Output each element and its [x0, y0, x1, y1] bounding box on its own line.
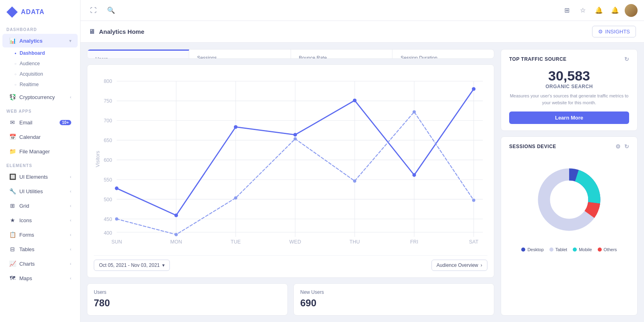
sidebar-item-forms[interactable]: 📋 Forms ‹: [2, 228, 78, 242]
section-label-webapps: WEB APPS: [0, 104, 80, 115]
svg-text:650: 650: [104, 137, 112, 143]
page-header-left: 🖥 Analytics Home: [89, 28, 144, 35]
tablet-label: Tablet: [555, 247, 567, 252]
sidebar-item-charts[interactable]: 📈 Charts ‹: [2, 257, 78, 270]
line-chart: 800 750 700 650 600 550 500 450 400 Visi…: [94, 71, 487, 252]
date-range-chevron: ▾: [162, 262, 165, 268]
sidebar-item-calendar[interactable]: 📅 Calendar: [2, 130, 78, 144]
svg-point-34: [234, 125, 237, 128]
charts-chevron: ‹: [70, 262, 71, 266]
sidebar-sub-item-dashboard[interactable]: Dashboard: [0, 48, 80, 58]
sidebar-item-email[interactable]: ✉ Email 10+: [2, 116, 78, 129]
legend-desktop: Desktop: [521, 247, 543, 252]
star-icon[interactable]: ☆: [576, 4, 589, 17]
device-refresh-icon[interactable]: ↻: [624, 143, 630, 150]
mobile-dot: [573, 248, 577, 252]
legend-others: Others: [598, 247, 617, 252]
maps-chevron: ‹: [70, 276, 71, 281]
page-content: 🖥 Analytics Home ⚙ INSIGHTS Users 25.5k …: [80, 21, 644, 322]
audience-chevron: ›: [481, 262, 482, 268]
desktop-label: Desktop: [527, 247, 543, 252]
calendar-icon: 📅: [9, 133, 16, 140]
device-legend: Desktop Tablet Mobile Others: [509, 247, 629, 252]
ui-elements-icon: 🔲: [9, 173, 16, 180]
metric-duration[interactable]: Session Duration 5m:53s ▼ 05.14%: [392, 50, 494, 59]
sidebar-item-file-manager[interactable]: 📁 File Manager: [2, 144, 78, 158]
forms-icon: 📋: [9, 231, 16, 238]
legend-mobile: Mobile: [573, 247, 592, 252]
tables-label: Tables: [19, 246, 35, 252]
svg-text:400: 400: [104, 230, 112, 235]
metric-bounce[interactable]: Bounce Rate 67.89% ▲ 03.66%: [291, 50, 393, 59]
traffic-refresh-icon[interactable]: ↻: [624, 56, 630, 62]
svg-text:THU: THU: [349, 239, 360, 245]
sidebar-item-icons[interactable]: ★ Icons ‹: [2, 213, 78, 227]
metric-sessions[interactable]: Sessions 55.6k ▼ 02.16%: [189, 50, 291, 59]
sidebar-sub-item-audience[interactable]: Audience: [0, 58, 80, 69]
sidebar-item-maps[interactable]: 🗺 Maps ‹: [2, 271, 78, 285]
sidebar-item-grid[interactable]: ⊞ Grid ‹: [2, 199, 78, 213]
section-label-elements: ELEMENTS: [0, 159, 80, 169]
bottom-row: Users 780 New Users 690: [87, 283, 494, 316]
insights-button[interactable]: ⚙ INSIGHTS: [592, 26, 636, 37]
sidebar-sub-item-acquisition[interactable]: Acquisition: [0, 69, 80, 79]
crypto-icon: 💱: [9, 93, 16, 101]
device-gear-icon[interactable]: ⚙: [615, 143, 621, 150]
metric-duration-label: Session Duration: [400, 55, 486, 59]
desktop-dot: [521, 248, 525, 252]
search-icon[interactable]: 🔍: [105, 4, 118, 17]
metric-users[interactable]: Users 25.5k ▲ 05.66%: [87, 50, 189, 59]
topbar: ⛶ 🔍 ⊞ ☆ 🔔 🔔: [80, 0, 644, 21]
donut-chart-container: [509, 155, 629, 244]
metric-sessions-label: Sessions: [197, 55, 283, 59]
mobile-label: Mobile: [579, 247, 592, 252]
expand-icon[interactable]: ⛶: [87, 4, 100, 17]
email-icon: ✉: [9, 119, 16, 126]
bell-icon[interactable]: 🔔: [592, 4, 605, 17]
audience-overview-label: Audience Overview: [437, 262, 478, 268]
notification-icon[interactable]: 🔔: [609, 4, 621, 17]
donut-chart: [529, 159, 609, 240]
analytics-label: Analytics: [19, 38, 43, 44]
icons-label: Icons: [19, 217, 32, 223]
sidebar-item-analytics[interactable]: 📊 Analytics ▾: [2, 34, 78, 47]
svg-point-40: [175, 233, 178, 236]
date-range-button[interactable]: Oct 05, 2021 - Nov 03, 2021 ▾: [94, 260, 170, 271]
bottom-new-users-value: 690: [300, 297, 487, 309]
section-label-dashboard: DASHBOARD: [0, 23, 80, 33]
traffic-card-title: TOP TRAFFIC SOURCE ↻: [509, 56, 629, 62]
bottom-users-label: Users: [94, 289, 281, 295]
analytics-chevron: ▾: [69, 39, 71, 43]
sidebar-item-cryptocurrency[interactable]: 💱 Cryptocurrency ‹: [2, 90, 78, 104]
audience-overview-button[interactable]: Audience Overview ›: [431, 260, 487, 271]
metrics-card: Users 25.5k ▲ 05.66% Sessions 55.6k ▼ 02…: [87, 49, 494, 59]
page-header-icon: 🖥: [89, 28, 95, 35]
svg-point-32: [115, 186, 118, 190]
svg-text:WED: WED: [289, 239, 301, 245]
traffic-source-label: ORGANIC SEARCH: [509, 84, 629, 89]
file-manager-label: File Manager: [19, 149, 50, 155]
date-range-label: Oct 05, 2021 - Nov 03, 2021: [99, 262, 160, 268]
ui-utilities-chevron: ‹: [70, 189, 71, 194]
grid-apps-icon[interactable]: ⊞: [560, 4, 573, 17]
analytics-icon: 📊: [9, 37, 16, 44]
device-card: SESSIONS DEVICE ⚙ ↻: [501, 136, 638, 316]
svg-point-39: [115, 217, 118, 221]
learn-more-button[interactable]: Learn More: [509, 111, 629, 124]
logo-icon: [6, 6, 18, 18]
sidebar-sub-item-realtime[interactable]: Realtime: [0, 79, 80, 90]
sidebar-item-tables[interactable]: ⊟ Tables ‹: [2, 242, 78, 256]
file-manager-icon: 📁: [9, 148, 16, 155]
user-avatar[interactable]: [625, 4, 638, 17]
sidebar-item-ui-elements[interactable]: 🔲 UI Elements ‹: [2, 170, 78, 184]
svg-text:500: 500: [104, 196, 112, 202]
email-label: Email: [19, 120, 33, 126]
brand-logo[interactable]: ADATA: [0, 0, 80, 23]
ui-elements-chevron: ‹: [70, 175, 71, 179]
crypto-chevron: ‹: [70, 95, 71, 99]
sidebar-item-ui-utilities[interactable]: 🔧 UI Utilities ‹: [2, 184, 78, 198]
svg-text:700: 700: [104, 118, 112, 124]
svg-text:SAT: SAT: [469, 239, 479, 245]
grid-icon: ⊞: [9, 202, 16, 209]
svg-text:Visitors: Visitors: [95, 151, 101, 167]
